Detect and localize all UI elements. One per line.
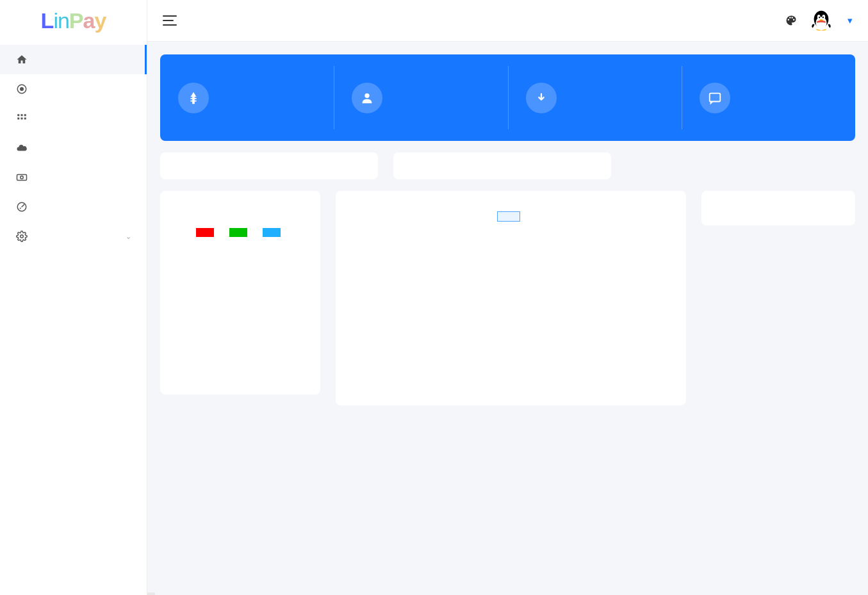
info-cards-row: [160, 152, 855, 179]
nav: ⌄: [0, 42, 147, 572]
sidebar-item-test[interactable]: [0, 192, 147, 222]
stats-row: [160, 54, 855, 141]
swatch-green: [229, 228, 247, 237]
sidebar-item-orders[interactable]: [0, 74, 147, 104]
svg-point-19: [365, 93, 370, 97]
svg-point-9: [20, 176, 24, 179]
topbar: ▾: [147, 0, 868, 42]
chat-icon: [700, 83, 730, 113]
sidebar: LinPay: [0, 0, 147, 595]
content: [147, 42, 868, 405]
gear-icon: [15, 230, 28, 243]
sidebar-footer: [0, 572, 147, 595]
svg-rect-4: [17, 118, 19, 120]
svg-rect-5: [21, 118, 23, 120]
pie-legend-item-alipay[interactable]: [263, 228, 284, 237]
svg-point-14: [817, 15, 821, 19]
person-icon: [352, 83, 382, 113]
avatar[interactable]: [809, 8, 833, 33]
vip-card: [393, 152, 611, 179]
down-arrow-icon: [526, 83, 557, 113]
chevron-down-icon: ⌄: [126, 232, 131, 241]
list-icon: [15, 83, 28, 95]
svg-rect-7: [24, 118, 26, 120]
user-dropdown[interactable]: ▾: [845, 15, 853, 26]
status-strip: [147, 592, 155, 595]
cloud-icon: [15, 142, 28, 154]
pie-legend: [173, 211, 307, 237]
line-panel: [336, 191, 686, 405]
swatch-red: [196, 228, 214, 237]
home-icon: [15, 53, 28, 66]
caret-down-icon: ▾: [848, 15, 853, 26]
sidebar-item-home[interactable]: [0, 45, 147, 74]
dashboard-icon: [15, 112, 28, 125]
svg-rect-8: [17, 175, 27, 181]
svg-rect-3: [21, 114, 23, 116]
svg-point-11: [20, 235, 24, 238]
quota-card: [160, 152, 378, 179]
pie-panel: [160, 191, 320, 395]
logo[interactable]: LinPay: [0, 0, 147, 42]
sidebar-subitem-user-config[interactable]: [0, 251, 147, 278]
sidebar-item-quota[interactable]: [0, 163, 147, 192]
main: ▾: [147, 0, 868, 595]
palette-icon[interactable]: [785, 14, 798, 27]
yen-icon: [178, 83, 209, 113]
svg-point-16: [819, 17, 820, 18]
swatch-line: [497, 211, 520, 222]
svg-rect-2: [17, 114, 19, 116]
swatch-blue: [263, 228, 281, 237]
sidebar-item-plan[interactable]: [0, 133, 147, 163]
sidebar-item-settings[interactable]: ⌄: [0, 222, 147, 251]
speed-icon: [15, 200, 28, 213]
svg-rect-21: [710, 93, 721, 101]
stat-total-income: [334, 54, 507, 141]
line-chart: [348, 224, 673, 391]
pie-legend-item-qq[interactable]: [196, 228, 218, 237]
stat-today-income: [160, 54, 334, 141]
stat-today-orders: [682, 54, 855, 141]
svg-point-13: [815, 17, 826, 29]
panels-row: [160, 191, 855, 405]
notice-panel: [701, 191, 855, 225]
line-legend[interactable]: [348, 211, 673, 222]
svg-point-1: [20, 88, 24, 91]
svg-rect-6: [24, 114, 26, 116]
sidebar-subitem-pay-settings[interactable]: [0, 278, 147, 305]
stat-total-orders: [508, 54, 682, 141]
money-icon: [15, 171, 28, 184]
svg-point-17: [823, 17, 824, 18]
sidebar-item-channels[interactable]: [0, 104, 147, 133]
svg-point-15: [822, 15, 825, 19]
settings-submenu: [0, 251, 147, 305]
menu-toggle-button[interactable]: [163, 15, 177, 26]
pie-legend-item-wechat[interactable]: [229, 228, 251, 237]
